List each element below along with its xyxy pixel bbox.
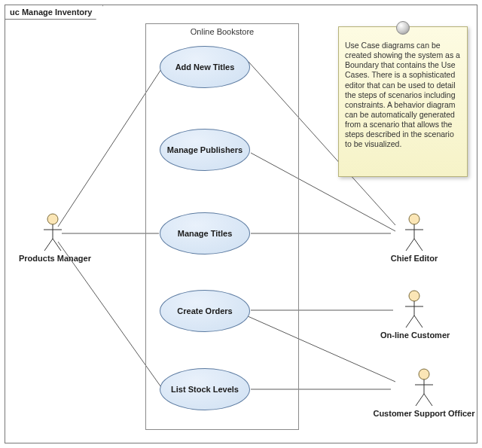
actor-label: Customer Support Officer (371, 409, 477, 418)
svg-line-14 (414, 315, 423, 328)
actor-products-manager[interactable]: Products Manager (19, 213, 87, 263)
note-text: Use Case diagrams can be created showing… (345, 41, 461, 149)
svg-line-8 (406, 239, 414, 251)
svg-point-10 (409, 291, 419, 301)
actor-label: Chief Editor (380, 254, 448, 263)
diagram-title-tab: uc Manage Inventory (5, 5, 103, 20)
usecase-label: Manage Publishers (167, 145, 243, 154)
svg-point-0 (47, 214, 58, 224)
svg-line-18 (416, 394, 424, 406)
actor-icon (402, 213, 426, 252)
actor-icon (41, 213, 65, 252)
actor-icon (402, 290, 426, 329)
usecase-label: Add New Titles (175, 62, 235, 72)
actor-online-customer[interactable]: On-line Customer (380, 290, 448, 340)
usecase-list-stock-levels[interactable]: List Stock Levels (160, 368, 250, 410)
svg-point-15 (419, 369, 429, 379)
usecase-manage-titles[interactable]: Manage Titles (160, 212, 250, 254)
actor-chief-editor[interactable]: Chief Editor (380, 213, 448, 263)
note-element[interactable]: Use Case diagrams can be created showing… (338, 26, 468, 177)
usecase-manage-publishers[interactable]: Manage Publishers (160, 129, 250, 171)
usecase-label: Create Orders (177, 306, 232, 315)
svg-line-3 (44, 239, 53, 251)
actor-customer-support-officer[interactable]: Customer Support Officer (371, 368, 477, 418)
svg-line-13 (406, 315, 414, 328)
svg-line-9 (414, 239, 423, 251)
pushpin-icon (396, 21, 410, 35)
diagram-canvas: uc Manage Inventory Online Bookstore Add… (0, 0, 482, 448)
actor-icon (412, 368, 436, 407)
usecase-label: List Stock Levels (171, 385, 239, 394)
diagram-title: Manage Inventory (22, 8, 93, 17)
diagram-kind-keyword: uc (10, 8, 20, 17)
system-boundary-title: Online Bookstore (146, 27, 298, 36)
diagram-frame: uc Manage Inventory Online Bookstore Add… (5, 5, 477, 443)
actor-label: Products Manager (19, 254, 87, 263)
usecase-add-new-titles[interactable]: Add New Titles (160, 46, 250, 88)
usecase-create-orders[interactable]: Create Orders (160, 290, 250, 332)
usecase-label: Manage Titles (178, 229, 233, 238)
svg-point-5 (409, 214, 419, 224)
svg-line-4 (53, 239, 61, 251)
actor-label: On-line Customer (380, 331, 448, 340)
svg-line-19 (424, 394, 432, 406)
